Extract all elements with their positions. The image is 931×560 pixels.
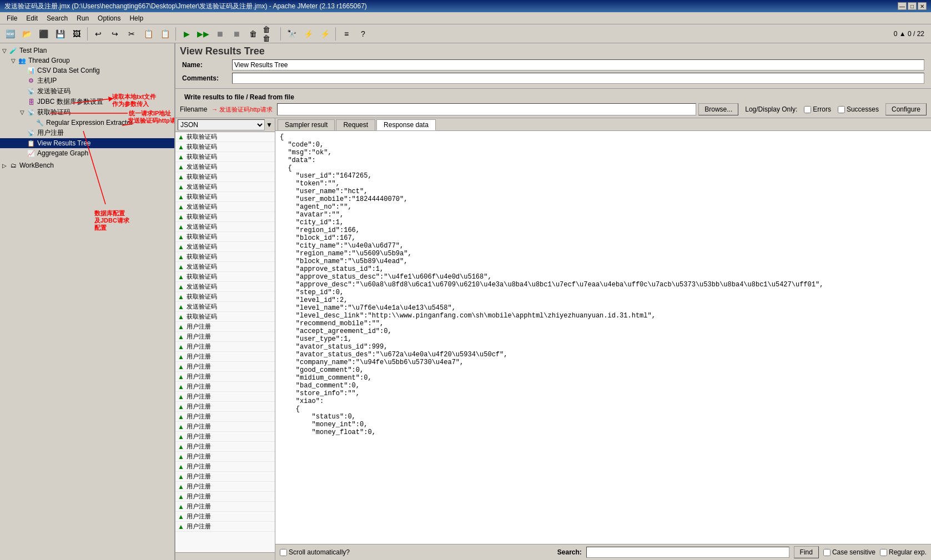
menu-file[interactable]: File	[2, 13, 22, 23]
result-item[interactable]: ▲用户注册	[175, 342, 275, 352]
browse-button[interactable]: Browse...	[698, 103, 738, 115]
result-item[interactable]: ▲用户注册	[175, 522, 275, 532]
toolbar-clear[interactable]: 🗑	[245, 26, 261, 42]
result-item[interactable]: ▲用户注册	[175, 512, 275, 522]
result-item[interactable]: ▲获取验证码	[175, 292, 275, 302]
result-item[interactable]: ▲发送验证码	[175, 182, 275, 192]
result-item[interactable]: ▲用户注册	[175, 322, 275, 332]
toolbar-search[interactable]: 🔭	[284, 26, 299, 42]
tree-node-host-ip[interactable]: ⚙ 主机IP	[0, 75, 174, 86]
tree-node-send-verify[interactable]: 📡 发送验证码	[0, 86, 174, 97]
configure-button[interactable]: Configure	[885, 103, 927, 115]
result-item[interactable]: ▲用户注册	[175, 462, 275, 472]
result-item[interactable]: ▲发送验证码	[175, 282, 275, 292]
filename-input[interactable]	[277, 103, 696, 115]
find-button[interactable]: Find	[794, 546, 819, 558]
menu-options[interactable]: Options	[93, 13, 125, 23]
result-item[interactable]: ▲用户注册	[175, 482, 275, 492]
toolbar-paste[interactable]: 📋	[157, 26, 173, 42]
toolbar-redo[interactable]: ↪	[107, 26, 123, 42]
toolbar-stop[interactable]: ⏹	[212, 26, 228, 42]
result-item[interactable]: ▲用户注册	[175, 452, 275, 462]
toolbar-shutdown[interactable]: ⏹	[229, 26, 244, 42]
menu-help[interactable]: Help	[125, 13, 148, 23]
toolbar-run-nopause[interactable]: ▶▶	[195, 26, 211, 42]
tree-node-aggregate-graph[interactable]: 📈 Aggregate Graph	[0, 148, 174, 158]
successes-checkbox[interactable]	[838, 106, 845, 113]
scroll-auto-checkbox[interactable]	[280, 549, 287, 556]
result-item[interactable]: ▲获取验证码	[175, 172, 275, 182]
result-item[interactable]: ▲发送验证码	[175, 302, 275, 312]
result-item[interactable]: ▲用户注册	[175, 332, 275, 342]
toolbar-new[interactable]: 🆕	[2, 26, 18, 42]
tree-node-jdbc[interactable]: 🗄 JDBC 数据库参数设置	[0, 97, 174, 107]
maximize-button[interactable]: □	[908, 2, 917, 10]
result-item[interactable]: ▲用户注册	[175, 432, 275, 442]
result-item[interactable]: ▲用户注册	[175, 412, 275, 422]
toolbar-close[interactable]: ⬛	[36, 26, 51, 42]
result-item[interactable]: ▲用户注册	[175, 362, 275, 372]
tab-response-data[interactable]: Response data	[376, 119, 436, 130]
result-item[interactable]: ▲获取验证码	[175, 192, 275, 202]
errors-checkbox[interactable]	[804, 106, 811, 113]
tab-request[interactable]: Request	[336, 119, 375, 130]
toolbar-save[interactable]: 💾	[52, 26, 68, 42]
results-scroll[interactable]: ▲获取验证码▲获取验证码▲获取验证码▲发送验证码▲获取验证码▲发送验证码▲获取验…	[175, 132, 275, 552]
result-item[interactable]: ▲发送验证码	[175, 202, 275, 212]
result-item[interactable]: ▲获取验证码	[175, 132, 275, 142]
toolbar-undo[interactable]: ↩	[90, 26, 106, 42]
toolbar-run[interactable]: ▶	[179, 26, 194, 42]
menu-run[interactable]: Run	[72, 13, 93, 23]
regular-exp-checkbox[interactable]	[880, 549, 887, 556]
result-item[interactable]: ▲发送验证码	[175, 262, 275, 272]
tree-node-user-register[interactable]: 📡 用户注册	[0, 128, 174, 138]
result-item[interactable]: ▲发送验证码	[175, 242, 275, 252]
format-select[interactable]: JSON XML Text	[178, 119, 265, 130]
close-button[interactable]: ✕	[918, 2, 927, 10]
tree-node-csv[interactable]: 📊 CSV Data Set Config	[0, 65, 174, 75]
result-item[interactable]: ▲用户注册	[175, 372, 275, 382]
expand-icon[interactable]: ▽	[9, 56, 18, 65]
tree-node-thread-group[interactable]: ▽ 👥 Thread Group	[0, 56, 174, 65]
result-item[interactable]: ▲用户注册	[175, 392, 275, 402]
tree-node-get-verify[interactable]: ▽ 📡 获取验证码	[0, 107, 174, 118]
result-item[interactable]: ▲发送验证码	[175, 162, 275, 172]
tab-sampler-result[interactable]: Sampler result	[278, 119, 335, 130]
menu-edit[interactable]: Edit	[22, 13, 42, 23]
result-item[interactable]: ▲获取验证码	[175, 152, 275, 162]
case-sensitive-checkbox[interactable]	[823, 549, 831, 556]
result-item[interactable]: ▲用户注册	[175, 492, 275, 502]
result-item[interactable]: ▲发送验证码	[175, 222, 275, 232]
menu-search[interactable]: Search	[42, 13, 72, 23]
result-item[interactable]: ▲用户注册	[175, 352, 275, 362]
result-item[interactable]: ▲获取验证码	[175, 142, 275, 152]
expand-icon[interactable]: ▽	[0, 46, 9, 55]
comments-input[interactable]	[232, 73, 924, 84]
search-input[interactable]	[586, 547, 789, 558]
toolbar-remote-start[interactable]: ⚡	[300, 26, 316, 42]
result-item[interactable]: ▲获取验证码	[175, 312, 275, 322]
result-item[interactable]: ▲获取验证码	[175, 232, 275, 242]
result-item[interactable]: ▲获取验证码	[175, 272, 275, 282]
expand-icon[interactable]: ▷	[0, 161, 9, 170]
result-item[interactable]: ▲获取验证码	[175, 252, 275, 262]
minimize-button[interactable]: —	[898, 2, 907, 10]
result-item[interactable]: ▲获取验证码	[175, 212, 275, 222]
tree-node-workbench[interactable]: ▷ 🗂 WorkBench	[0, 160, 174, 170]
toolbar-cut[interactable]: ✂	[124, 26, 139, 42]
toolbar-open[interactable]: 📂	[19, 26, 34, 42]
toolbar-saveas[interactable]: 🖼	[69, 26, 84, 42]
toolbar-copy[interactable]: 📋	[140, 26, 156, 42]
result-item[interactable]: ▲用户注册	[175, 422, 275, 432]
toolbar-functions[interactable]: ≡	[339, 26, 354, 42]
name-input[interactable]	[232, 59, 924, 70]
result-item[interactable]: ▲用户注册	[175, 472, 275, 482]
tree-node-test-plan[interactable]: ▽ 🧪 Test Plan	[0, 46, 174, 56]
result-item[interactable]: ▲用户注册	[175, 402, 275, 412]
toolbar-help[interactable]: ?	[355, 26, 371, 42]
result-item[interactable]: ▲用户注册	[175, 502, 275, 512]
tree-node-regex[interactable]: 🔧 Regular Expression Extractor	[0, 118, 174, 128]
expand-icon[interactable]: ▽	[18, 108, 27, 117]
result-item[interactable]: ▲用户注册	[175, 382, 275, 392]
toolbar-remote-stop[interactable]: ⚡	[317, 26, 333, 42]
